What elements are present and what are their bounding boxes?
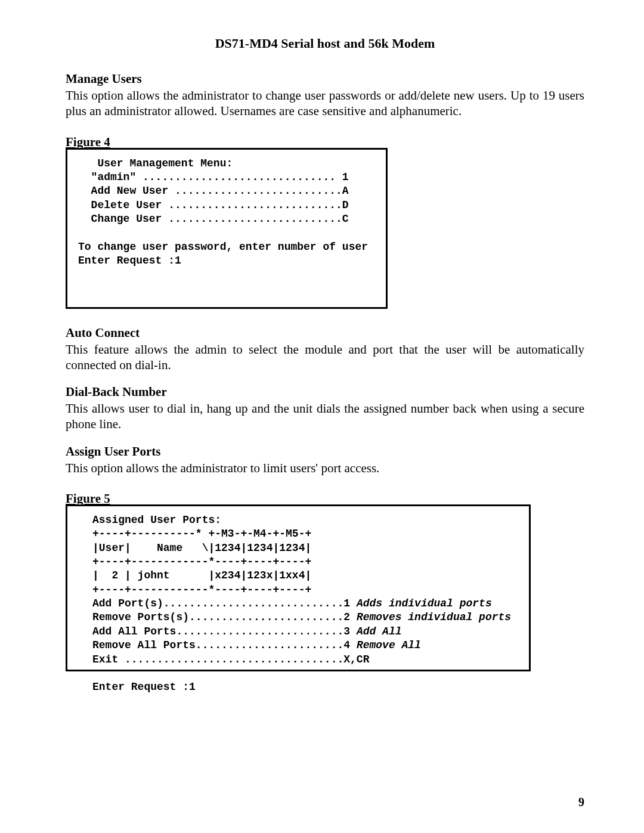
fig5-line: Assigned User Ports: [92, 514, 221, 526]
fig5-line: +----+----------* +-M3-+-M4-+-M5-+ [92, 528, 311, 540]
fig4-line: Change User ...........................C [78, 213, 349, 225]
figure5-label: Figure 5 [66, 491, 584, 506]
page-title: DS71-MD4 Serial host and 56k Modem [66, 36, 584, 51]
fig5-note: Remove All [357, 639, 421, 651]
fig5-line: Add Port(s)............................1 [92, 597, 357, 609]
fig5-line: Exit ..................................X… [92, 654, 369, 665]
fig4-line: "admin" .............................. 1 [78, 171, 349, 183]
fig5-line: Add All Ports..........................3 [92, 625, 357, 637]
fig4-line: Delete User ...........................D [78, 199, 349, 211]
heading-dial-back: Dial-Back Number [66, 385, 584, 400]
figure4-terminal: User Management Menu: "admin" ..........… [66, 148, 388, 309]
body-assign-ports: This option allows the administrator to … [66, 460, 584, 476]
fig4-line: Enter Request :1 [78, 255, 181, 267]
fig4-line: Add New User ..........................A [78, 185, 349, 197]
fig5-line: +----+------------*----+----+----+ [92, 556, 311, 568]
fig4-line: To change user password, enter number of… [78, 241, 368, 253]
figure5-terminal: Assigned User Ports: +----+----------* +… [66, 504, 531, 671]
fig5-line: |User| Name \|1234|1234|1234| [92, 542, 311, 554]
fig4-line: User Management Menu: [78, 157, 233, 169]
body-manage-users: This option allows the administrator to … [66, 88, 584, 119]
fig5-note: Removes individual ports [357, 611, 511, 623]
heading-manage-users: Manage Users [66, 72, 584, 86]
fig5-line: Remove All Ports.......................4 [92, 639, 357, 651]
fig5-line: Enter Request :1 [92, 681, 196, 693]
fig5-line: Remove Ports(s)........................2 [92, 611, 357, 623]
figure4-label: Figure 4 [66, 135, 584, 150]
page: DS71-MD4 Serial host and 56k Modem Manag… [0, 0, 644, 833]
heading-auto-connect: Auto Connect [66, 326, 584, 340]
page-number: 9 [578, 795, 584, 809]
fig5-note: Adds individual ports [357, 597, 492, 609]
heading-assign-ports: Assign User Ports [66, 444, 584, 459]
fig5-line: | 2 | johnt |x234|123x|1xx4| [92, 569, 311, 581]
body-dial-back: This allows user to dial in, hang up and… [66, 401, 584, 432]
body-auto-connect: This feature allows the admin to select … [66, 342, 584, 373]
fig5-note: Add All [357, 625, 402, 637]
fig5-line: +----+------------*----+----+----+ [92, 584, 311, 596]
